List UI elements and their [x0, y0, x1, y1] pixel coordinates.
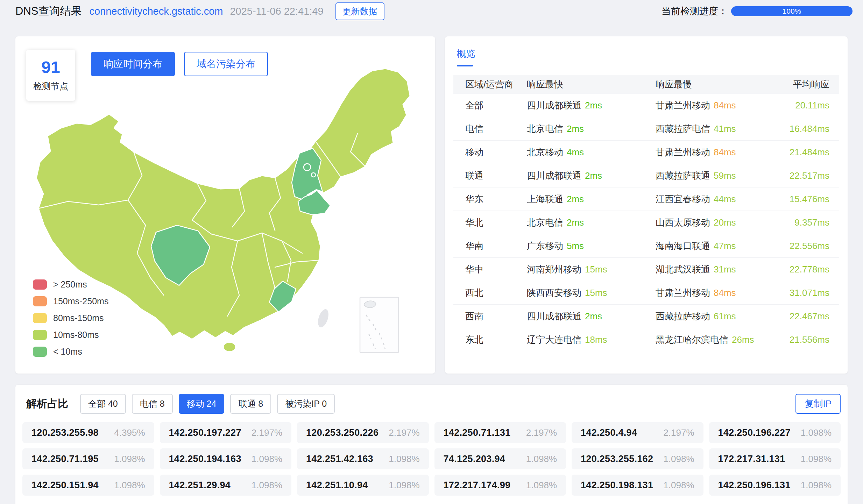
- ip-percentage: 1.098%: [801, 480, 832, 491]
- ip-cell[interactable]: 142.250.196.131 1.098%: [709, 475, 841, 496]
- ip-address: 172.217.174.99: [444, 480, 511, 491]
- cell-region: 移动: [457, 146, 527, 158]
- ip-cell[interactable]: 120.253.250.226 2.197%: [297, 422, 429, 443]
- ip-percentage: 1.098%: [252, 480, 282, 491]
- progress-label: 当前检测进度：: [662, 5, 728, 17]
- legend-item: > 250ms: [33, 278, 108, 290]
- cell-region: 华北: [457, 216, 527, 229]
- ip-cell[interactable]: 142.250.71.195 1.098%: [22, 448, 154, 469]
- legend-item: < 10ms: [33, 346, 108, 357]
- ip-cell[interactable]: 142.250.4.94 2.197%: [572, 422, 703, 443]
- ip-address: 172.217.31.131: [718, 454, 785, 464]
- cell-fastest: 四川成都联通 2ms: [527, 99, 656, 112]
- ip-cell[interactable]: 120.253.255.98 4.395%: [22, 422, 154, 443]
- ip-percentage: 2.197%: [252, 427, 282, 438]
- table-row: 全部 四川成都联通 2ms 甘肃兰州移动 84ms 20.11ms: [453, 94, 839, 117]
- legend-swatch: [33, 296, 47, 306]
- cell-slowest: 湖北武汉联通 31ms: [656, 263, 786, 276]
- tab-underline: [457, 65, 473, 66]
- legend-swatch: [33, 279, 47, 290]
- map-tab[interactable]: 域名污染分布: [184, 52, 268, 76]
- overview-table: 区域/运营商 响应最快 响应最慢 平均响应 全部 四川成都联通 2ms 甘肃兰州…: [453, 75, 839, 352]
- legend-swatch: [33, 313, 47, 323]
- ip-cell[interactable]: 142.250.151.94 1.098%: [22, 475, 154, 496]
- ip-cell[interactable]: 142.250.71.131 2.197%: [434, 422, 566, 443]
- ip-address: 142.250.196.227: [718, 427, 791, 438]
- page-title: DNS查询结果: [15, 4, 82, 19]
- progress-bar: 100%: [731, 6, 853, 16]
- ip-address: 120.253.255.98: [31, 427, 99, 438]
- ip-percentage: 1.098%: [389, 454, 419, 464]
- resolution-title: 解析占比: [26, 397, 68, 411]
- ip-cell[interactable]: 142.250.194.163 1.098%: [160, 448, 292, 469]
- ip-address: 142.250.4.94: [581, 427, 637, 438]
- ip-cell[interactable]: 142.250.198.131 1.098%: [572, 475, 703, 496]
- cell-slowest: 黑龙江哈尔滨电信 26ms: [656, 334, 786, 346]
- ip-address: 142.250.197.227: [169, 427, 241, 438]
- ip-cell[interactable]: 142.250.197.227 2.197%: [160, 422, 292, 443]
- ip-percentage: 1.098%: [389, 480, 419, 491]
- legend-label: 80ms-150ms: [53, 313, 104, 323]
- map-tab[interactable]: 响应时间分布: [91, 52, 175, 76]
- col-header-average: 平均响应: [786, 78, 836, 91]
- ip-cell[interactable]: 142.250.196.227 1.098%: [709, 422, 841, 443]
- domain-link[interactable]: connectivitycheck.gstatic.com: [89, 6, 223, 17]
- cell-fastest: 北京电信 2ms: [527, 216, 656, 229]
- tab-overview[interactable]: 概览: [457, 48, 475, 66]
- ip-address: 142.250.196.131: [718, 480, 791, 491]
- refresh-data-button[interactable]: 更新数据: [335, 2, 384, 20]
- cell-fastest: 陕西西安移动 15ms: [527, 287, 656, 299]
- ip-cell[interactable]: 172.217.31.131 1.098%: [709, 448, 841, 469]
- table-row: 东北 辽宁大连电信 18ms 黑龙江哈尔滨电信 26ms 21.556ms: [453, 328, 839, 352]
- cell-slowest: 甘肃兰州移动 84ms: [656, 287, 786, 299]
- page-header: DNS查询结果 connectivitycheck.gstatic.com 20…: [0, 0, 863, 22]
- cell-slowest: 山西太原移动 20ms: [656, 216, 786, 229]
- table-row: 西南 四川成都联通 2ms 西藏拉萨移动 61ms 22.467ms: [453, 305, 839, 328]
- ip-cell[interactable]: 120.253.255.162 1.098%: [572, 448, 703, 469]
- ip-cell[interactable]: 142.251.42.163 1.098%: [297, 448, 429, 469]
- cell-region: 全部: [457, 99, 527, 112]
- ip-percentage: 2.197%: [526, 427, 557, 438]
- legend-label: 10ms-80ms: [53, 330, 99, 340]
- ip-address: 142.250.198.131: [581, 480, 653, 491]
- filter-button[interactable]: 被污染IP 0: [277, 394, 335, 414]
- ip-grid: 120.253.255.98 4.395% 142.250.197.227 2.…: [22, 422, 841, 496]
- ip-percentage: 1.098%: [526, 454, 557, 464]
- col-header-region: 区域/运营商: [457, 78, 527, 91]
- ip-cell[interactable]: 142.251.10.94 1.098%: [297, 475, 429, 496]
- ip-percentage: 2.197%: [663, 427, 694, 438]
- cell-slowest: 甘肃兰州移动 84ms: [656, 146, 786, 158]
- ip-address: 142.250.151.94: [31, 480, 99, 491]
- ip-percentage: 1.098%: [663, 454, 694, 464]
- cell-region: 华南: [457, 240, 527, 252]
- node-count: 91: [41, 58, 60, 77]
- cell-average: 21.556ms: [786, 334, 836, 345]
- ip-cell[interactable]: 74.125.203.94 1.098%: [434, 448, 566, 469]
- filter-button[interactable]: 电信 8: [132, 394, 173, 414]
- cell-average: 20.11ms: [786, 100, 836, 111]
- col-header-fastest: 响应最快: [527, 78, 656, 91]
- table-row: 移动 北京移动 4ms 甘肃兰州移动 84ms 21.484ms: [453, 141, 839, 164]
- table-row: 华东 上海联通 2ms 江西宜春移动 44ms 15.476ms: [453, 187, 839, 211]
- ip-percentage: 1.098%: [801, 427, 832, 438]
- copy-ip-button[interactable]: 复制IP: [795, 394, 841, 414]
- map-legend: > 250ms 150ms-250ms 80ms-150ms 10ms-80ms…: [33, 278, 108, 362]
- filter-button[interactable]: 全部 40: [80, 394, 126, 414]
- ip-cell[interactable]: 172.217.174.99 1.098%: [434, 475, 566, 496]
- legend-item: 10ms-80ms: [33, 329, 108, 341]
- cell-region: 电信: [457, 123, 527, 135]
- cell-average: 9.357ms: [786, 217, 836, 228]
- cell-region: 西北: [457, 287, 527, 299]
- legend-item: 150ms-250ms: [33, 295, 108, 307]
- ip-cell[interactable]: 142.251.29.94 1.098%: [160, 475, 292, 496]
- resolution-header: 解析占比 全部 40 电信 8 移动 24 联通 8 被污染IP 0 复制IP: [15, 385, 848, 414]
- filter-button[interactable]: 联通 8: [230, 394, 271, 414]
- cell-slowest: 甘肃兰州移动 84ms: [656, 99, 786, 112]
- table-body: 全部 四川成都联通 2ms 甘肃兰州移动 84ms 20.11ms 电信 北京电…: [453, 94, 839, 352]
- filter-button[interactable]: 移动 24: [179, 394, 225, 414]
- ip-address: 142.250.71.131: [444, 427, 511, 438]
- ip-percentage: 1.098%: [114, 480, 145, 491]
- cell-slowest: 江西宜春移动 44ms: [656, 193, 786, 205]
- progress-wrap: 当前检测进度： 100%: [662, 5, 853, 17]
- legend-label: 150ms-250ms: [53, 296, 108, 306]
